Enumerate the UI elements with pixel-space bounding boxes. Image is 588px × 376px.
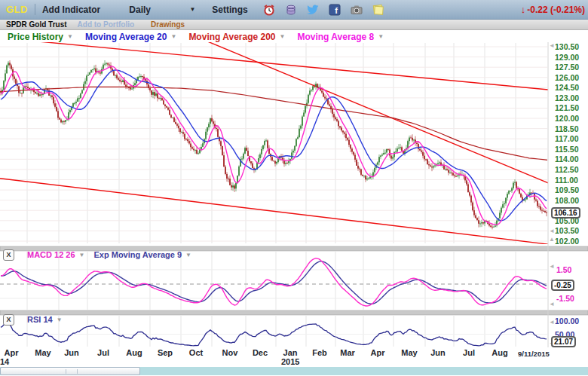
- change-value: -0.22 (-0.21%): [527, 5, 585, 15]
- settings-button[interactable]: Settings: [212, 5, 247, 15]
- charting-app-window: GLD Add Indicator Daily ▼ Settings f: [0, 0, 588, 376]
- indicator-legend-row: Price History ▼ Moving Average 20 ▼ Movi…: [0, 31, 588, 42]
- notes-icon[interactable]: [372, 4, 384, 16]
- chevron-down-icon: ▼: [67, 33, 73, 40]
- scrollbar-grip: [66, 369, 78, 374]
- legend-ma8[interactable]: Moving Average 8 ▼: [297, 32, 384, 42]
- month-label: Jun: [64, 348, 79, 357]
- database-icon[interactable]: [285, 4, 297, 16]
- macd-tick-label: 1.50: [556, 265, 571, 274]
- twitter-icon[interactable]: [307, 4, 319, 16]
- price-tick-label: 120.00: [555, 114, 579, 123]
- month-label: May: [401, 348, 417, 357]
- camera-icon[interactable]: [351, 4, 363, 16]
- chart-scrollbar-thumb[interactable]: [0, 367, 140, 375]
- last-price-flag: 106.16: [551, 207, 580, 219]
- month-label: Aug: [492, 348, 507, 357]
- candlestick-series: [0, 60, 547, 229]
- rsi-pane-header: X RSI 14 ▼: [3, 314, 63, 325]
- price-tick-label: 127.50: [555, 63, 579, 72]
- month-label: Jul: [463, 348, 475, 357]
- month-label: Mar: [340, 348, 355, 357]
- price-tick-label: 126.00: [555, 73, 579, 82]
- price-tick-label: 115.50: [555, 145, 579, 154]
- security-name: SPDR Gold Trust: [6, 20, 67, 29]
- macd-tick-label: -1.50: [556, 294, 574, 303]
- chart-canvas[interactable]: [0, 42, 588, 376]
- legend-ma20-label: Moving Average 20: [85, 32, 167, 42]
- macd-label[interactable]: MACD 12 26: [27, 250, 75, 259]
- pane-splitter-rsi[interactable]: [0, 310, 588, 315]
- rsi-tick-label: 100.00: [555, 316, 579, 326]
- month-label: Feb: [312, 348, 327, 357]
- down-arrow-icon: ↓: [521, 4, 526, 15]
- month-label: Jan: [283, 348, 298, 357]
- chevron-down-icon: ▼: [280, 33, 286, 40]
- price-change-readout: ↓ -0.22 (-0.21%): [521, 4, 585, 15]
- price-tick-label: 124.50: [555, 83, 579, 92]
- chevron-down-icon: ▼: [189, 6, 195, 13]
- legend-ma8-label: Moving Average 8: [297, 32, 374, 42]
- timeframe-dropdown[interactable]: Daily ▼: [129, 5, 195, 15]
- price-tick-label: 103.50: [555, 226, 579, 235]
- macd-value-flag: -0.25: [551, 280, 574, 291]
- axis-arrow-icon[interactable]: ▲: [549, 237, 555, 243]
- legend-price-history[interactable]: Price History ▼: [8, 32, 73, 42]
- price-tick-label: 117.00: [555, 134, 579, 143]
- month-label: May: [35, 348, 51, 357]
- month-label: Oct: [189, 348, 203, 357]
- month-label: Dec: [253, 348, 268, 357]
- axis-arrow-icon[interactable]: ◄: [549, 264, 555, 270]
- toolbar-icon-group: f: [263, 4, 384, 16]
- trendline-drawings[interactable]: [0, 42, 562, 246]
- price-tick-label: 123.00: [555, 93, 579, 102]
- chevron-down-icon: ▼: [185, 252, 191, 258]
- month-label: Nov: [222, 348, 238, 357]
- drawings-link[interactable]: Drawings: [151, 20, 185, 29]
- add-to-portfolio-link[interactable]: Add to Portfolio: [78, 20, 135, 29]
- price-tick-label: 130.50: [555, 42, 579, 51]
- axis-arrow-icon[interactable]: ◄: [549, 43, 555, 49]
- legend-ma200[interactable]: Moving Average 200 ▼: [188, 32, 285, 42]
- chevron-down-icon: ▼: [57, 316, 63, 323]
- start-year-label: 14: [0, 357, 9, 366]
- svg-text:f: f: [335, 6, 338, 15]
- rsi-label[interactable]: RSI 14: [27, 315, 53, 324]
- end-date-label: 9/11/2015: [518, 350, 550, 358]
- price-tick-label: 129.00: [555, 53, 579, 62]
- gridlines: [0, 43, 547, 347]
- add-indicator-button[interactable]: Add Indicator: [42, 5, 100, 15]
- macd-signal-label[interactable]: Exp Moving Average 9: [94, 250, 182, 259]
- facebook-icon[interactable]: f: [329, 4, 341, 16]
- month-label: Apr: [371, 348, 385, 357]
- axis-arrow-icon[interactable]: ◄: [549, 319, 555, 326]
- legend-price-history-label: Price History: [8, 32, 63, 42]
- ticker-symbol: GLD: [6, 4, 28, 15]
- month-label: Sep: [158, 348, 173, 357]
- price-tick-label: 111.00: [555, 176, 578, 185]
- price-tick-label: 108.00: [555, 196, 579, 205]
- main-toolbar: GLD Add Indicator Daily ▼ Settings f: [0, 0, 588, 20]
- price-tick-label: 102.00: [555, 237, 579, 246]
- close-macd-button[interactable]: X: [3, 249, 14, 261]
- month-label: Apr: [5, 348, 19, 357]
- close-rsi-button[interactable]: X: [3, 314, 14, 326]
- axis-arrow-icon[interactable]: ◄: [549, 228, 555, 234]
- symbol-subheader: SPDR Gold Trust Add to Portfolio Drawing…: [0, 20, 588, 30]
- chevron-down-icon: ▼: [378, 33, 384, 40]
- chevron-down-icon: ▼: [170, 33, 176, 40]
- price-tick-label: 114.00: [555, 154, 579, 164]
- axis-arrow-icon[interactable]: ◄: [549, 301, 555, 307]
- rsi-value-flag: 21.07: [551, 336, 576, 347]
- macd-pane-header: X MACD 12 26 ▼ Exp Moving Average 9 ▼: [3, 249, 191, 260]
- price-tick-label: 109.50: [555, 185, 579, 194]
- jan-year-label: 2015: [281, 357, 299, 366]
- legend-ma20[interactable]: Moving Average 20 ▼: [85, 32, 176, 42]
- alarm-icon[interactable]: [263, 4, 275, 16]
- chevron-down-icon: ▼: [79, 252, 85, 258]
- toolbar-divider: [35, 4, 35, 15]
- price-tick-label: 112.50: [555, 165, 579, 174]
- legend-ma200-label: Moving Average 200: [188, 32, 275, 42]
- month-label: Aug: [126, 348, 142, 357]
- month-label: Jun: [430, 348, 446, 357]
